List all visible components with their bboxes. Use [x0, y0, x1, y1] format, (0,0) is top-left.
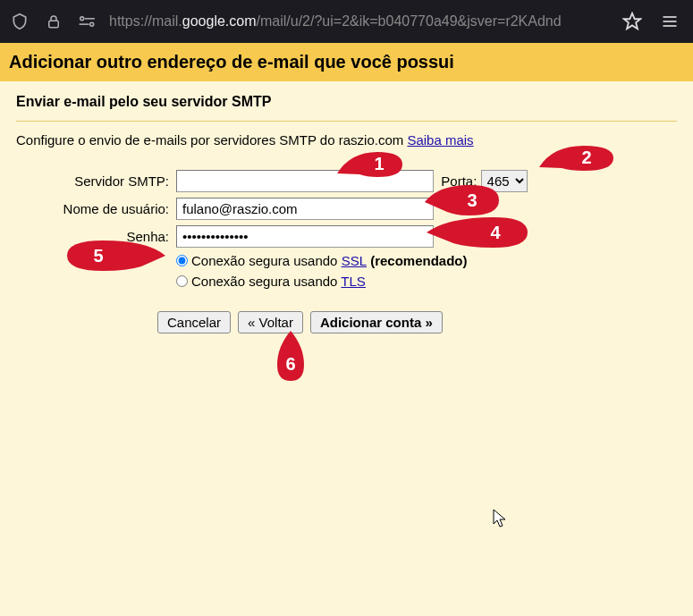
svg-marker-5 [624, 13, 640, 29]
add-account-button[interactable]: Adicionar conta » [310, 311, 443, 333]
smtp-server-input[interactable] [176, 170, 434, 192]
port-select[interactable]: 465 [481, 170, 528, 192]
instruction-text: Configure o envio de e-mails por servido… [16, 132, 677, 148]
cancel-button[interactable]: Cancelar [157, 311, 231, 333]
url-display[interactable]: https://mail.google.com/mail/u/2/?ui=2&i… [109, 13, 611, 30]
tls-radio-label: Conexão segura usando TLS [191, 274, 366, 289]
menu-icon[interactable] [654, 5, 686, 38]
permissions-icon[interactable] [75, 9, 100, 34]
ssl-link[interactable]: SSL [342, 253, 367, 268]
url-domain: google.com [182, 13, 257, 29]
divider [16, 121, 677, 122]
section-title: Enviar e-mail pelo seu servidor SMTP [16, 90, 677, 121]
url-suffix: /mail/u/2/?ui=2&ik=b040770a49&jsver=r2KA… [257, 13, 562, 29]
star-icon[interactable] [620, 9, 645, 34]
browser-address-bar: https://mail.google.com/mail/u/2/?ui=2&i… [0, 0, 693, 43]
username-input[interactable] [176, 198, 434, 220]
ssl-suffix: (recomendado) [367, 253, 468, 268]
instruction-body: Configure o envio de e-mails por servido… [16, 132, 407, 148]
svg-text:6: 6 [285, 354, 295, 374]
svg-point-1 [80, 17, 84, 21]
smtp-label: Servidor SMTP: [16, 167, 173, 195]
port-label: Porta: [441, 173, 477, 189]
svg-point-3 [90, 22, 94, 26]
ssl-prefix: Conexão segura usando [191, 253, 342, 268]
username-label: Nome de usuário: [16, 195, 173, 223]
tls-radio[interactable] [176, 275, 188, 287]
password-input[interactable] [176, 225, 434, 248]
ssl-radio[interactable] [176, 255, 188, 266]
cursor-icon [492, 508, 510, 529]
back-button[interactable]: « Voltar [238, 311, 303, 333]
tls-prefix: Conexão segura usando [191, 274, 341, 289]
button-row: Cancelar « Voltar Adicionar conta » [157, 311, 677, 333]
learn-more-link[interactable]: Saiba mais [407, 132, 473, 148]
shield-icon[interactable] [7, 9, 32, 34]
url-prefix: https://mail. [109, 13, 182, 29]
smtp-form: Servidor SMTP: Porta: 465 Nome de usuári… [16, 167, 531, 291]
tls-link[interactable]: TLS [341, 274, 366, 289]
svg-rect-0 [49, 21, 59, 28]
ssl-radio-label: Conexão segura usando SSL (recomendado) [191, 253, 468, 268]
dialog-title: Adicionar outro endereço de e-mail que v… [0, 43, 693, 81]
password-label: Senha: [16, 223, 173, 250]
lock-icon[interactable] [41, 9, 66, 34]
